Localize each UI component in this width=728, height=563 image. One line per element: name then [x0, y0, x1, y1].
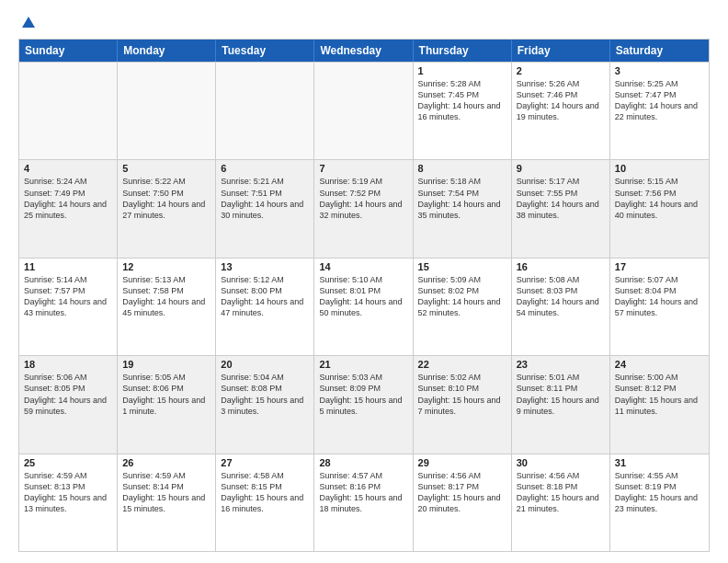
- day-number: 2: [517, 65, 605, 76]
- calendar-cell: 25Sunrise: 4:59 AM Sunset: 8:13 PM Dayli…: [19, 454, 118, 551]
- day-of-week-sunday: Sunday: [19, 40, 118, 62]
- cell-info: Sunrise: 5:01 AM Sunset: 8:11 PM Dayligh…: [517, 372, 605, 417]
- day-of-week-thursday: Thursday: [414, 40, 512, 62]
- day-of-week-monday: Monday: [118, 40, 216, 62]
- calendar-cell: 3Sunrise: 5:25 AM Sunset: 7:47 PM Daylig…: [610, 63, 709, 159]
- calendar-week-3: 11Sunrise: 5:14 AM Sunset: 7:57 PM Dayli…: [19, 258, 709, 355]
- cell-info: Sunrise: 5:07 AM Sunset: 8:04 PM Dayligh…: [615, 274, 704, 319]
- day-number: 16: [517, 261, 605, 272]
- calendar-cell: 18Sunrise: 5:06 AM Sunset: 8:05 PM Dayli…: [19, 356, 118, 453]
- day-number: 9: [517, 163, 605, 174]
- cell-info: Sunrise: 5:02 AM Sunset: 8:10 PM Dayligh…: [418, 372, 506, 417]
- calendar-cell: 14Sunrise: 5:10 AM Sunset: 8:01 PM Dayli…: [314, 259, 413, 355]
- day-number: 11: [24, 261, 112, 272]
- calendar-cell: 29Sunrise: 4:56 AM Sunset: 8:17 PM Dayli…: [414, 454, 512, 551]
- day-number: 18: [24, 359, 112, 370]
- day-number: 13: [221, 261, 309, 272]
- day-number: 10: [615, 163, 704, 174]
- day-number: 8: [418, 163, 506, 174]
- cell-info: Sunrise: 5:05 AM Sunset: 8:06 PM Dayligh…: [122, 372, 210, 417]
- day-number: 17: [615, 261, 704, 272]
- cell-info: Sunrise: 5:19 AM Sunset: 7:52 PM Dayligh…: [319, 176, 407, 221]
- day-number: 29: [418, 457, 506, 468]
- calendar-cell: 23Sunrise: 5:01 AM Sunset: 8:11 PM Dayli…: [512, 356, 610, 453]
- cell-info: Sunrise: 4:59 AM Sunset: 8:13 PM Dayligh…: [24, 470, 112, 515]
- header: [18, 15, 710, 29]
- calendar-cell: 4Sunrise: 5:24 AM Sunset: 7:49 PM Daylig…: [19, 160, 118, 257]
- cell-info: Sunrise: 5:08 AM Sunset: 8:03 PM Dayligh…: [517, 274, 605, 319]
- day-of-week-saturday: Saturday: [610, 40, 709, 62]
- day-number: 1: [418, 65, 506, 76]
- calendar-cell: 5Sunrise: 5:22 AM Sunset: 7:50 PM Daylig…: [118, 160, 216, 257]
- cell-info: Sunrise: 5:10 AM Sunset: 8:01 PM Dayligh…: [319, 274, 407, 319]
- cell-info: Sunrise: 5:22 AM Sunset: 7:50 PM Dayligh…: [122, 176, 210, 221]
- cell-info: Sunrise: 5:03 AM Sunset: 8:09 PM Dayligh…: [319, 372, 407, 417]
- calendar-cell: 31Sunrise: 4:55 AM Sunset: 8:19 PM Dayli…: [610, 454, 709, 551]
- calendar: SundayMondayTuesdayWednesdayThursdayFrid…: [18, 39, 710, 552]
- calendar-cell: 21Sunrise: 5:03 AM Sunset: 8:09 PM Dayli…: [314, 356, 413, 453]
- logo-icon: [20, 15, 37, 31]
- calendar-cell: 30Sunrise: 4:56 AM Sunset: 8:18 PM Dayli…: [512, 454, 610, 551]
- calendar-cell: 9Sunrise: 5:17 AM Sunset: 7:55 PM Daylig…: [512, 160, 610, 257]
- day-number: 7: [319, 163, 407, 174]
- day-of-week-friday: Friday: [512, 40, 610, 62]
- day-of-week-wednesday: Wednesday: [314, 40, 413, 62]
- calendar-cell: 26Sunrise: 4:59 AM Sunset: 8:14 PM Dayli…: [118, 454, 216, 551]
- calendar-cell: 6Sunrise: 5:21 AM Sunset: 7:51 PM Daylig…: [216, 160, 314, 257]
- day-number: 26: [122, 457, 210, 468]
- calendar-cell: 19Sunrise: 5:05 AM Sunset: 8:06 PM Dayli…: [118, 356, 216, 453]
- page: SundayMondayTuesdayWednesdayThursdayFrid…: [0, 0, 728, 563]
- cell-info: Sunrise: 5:25 AM Sunset: 7:47 PM Dayligh…: [615, 78, 704, 123]
- calendar-week-4: 18Sunrise: 5:06 AM Sunset: 8:05 PM Dayli…: [19, 355, 709, 453]
- calendar-cell: [314, 63, 413, 159]
- calendar-cell: 24Sunrise: 5:00 AM Sunset: 8:12 PM Dayli…: [610, 356, 709, 453]
- calendar-week-2: 4Sunrise: 5:24 AM Sunset: 7:49 PM Daylig…: [19, 159, 709, 257]
- cell-info: Sunrise: 5:13 AM Sunset: 7:58 PM Dayligh…: [122, 274, 210, 319]
- day-number: 23: [517, 359, 605, 370]
- cell-info: Sunrise: 5:17 AM Sunset: 7:55 PM Dayligh…: [517, 176, 605, 221]
- cell-info: Sunrise: 4:56 AM Sunset: 8:17 PM Dayligh…: [418, 470, 506, 515]
- cell-info: Sunrise: 5:06 AM Sunset: 8:05 PM Dayligh…: [24, 372, 112, 417]
- calendar-cell: 22Sunrise: 5:02 AM Sunset: 8:10 PM Dayli…: [414, 356, 512, 453]
- calendar-week-5: 25Sunrise: 4:59 AM Sunset: 8:13 PM Dayli…: [19, 454, 709, 551]
- svg-marker-0: [22, 17, 35, 28]
- cell-info: Sunrise: 5:04 AM Sunset: 8:08 PM Dayligh…: [221, 372, 309, 417]
- calendar-cell: 16Sunrise: 5:08 AM Sunset: 8:03 PM Dayli…: [512, 259, 610, 355]
- calendar-cell: 15Sunrise: 5:09 AM Sunset: 8:02 PM Dayli…: [414, 259, 512, 355]
- day-number: 25: [24, 457, 112, 468]
- day-number: 6: [221, 163, 309, 174]
- cell-info: Sunrise: 4:55 AM Sunset: 8:19 PM Dayligh…: [615, 470, 704, 515]
- calendar-cell: 11Sunrise: 5:14 AM Sunset: 7:57 PM Dayli…: [19, 259, 118, 355]
- day-number: 3: [615, 65, 704, 76]
- calendar-cell: 28Sunrise: 4:57 AM Sunset: 8:16 PM Dayli…: [314, 454, 413, 551]
- cell-info: Sunrise: 5:12 AM Sunset: 8:00 PM Dayligh…: [221, 274, 309, 319]
- day-number: 14: [319, 261, 407, 272]
- cell-info: Sunrise: 5:14 AM Sunset: 7:57 PM Dayligh…: [24, 274, 112, 319]
- day-number: 27: [221, 457, 309, 468]
- cell-info: Sunrise: 4:58 AM Sunset: 8:15 PM Dayligh…: [221, 470, 309, 515]
- cell-info: Sunrise: 5:18 AM Sunset: 7:54 PM Dayligh…: [418, 176, 506, 221]
- cell-info: Sunrise: 5:26 AM Sunset: 7:46 PM Dayligh…: [517, 78, 605, 123]
- cell-info: Sunrise: 4:56 AM Sunset: 8:18 PM Dayligh…: [517, 470, 605, 515]
- calendar-body: 1Sunrise: 5:28 AM Sunset: 7:45 PM Daylig…: [19, 62, 709, 551]
- cell-info: Sunrise: 5:21 AM Sunset: 7:51 PM Dayligh…: [221, 176, 309, 221]
- day-number: 28: [319, 457, 407, 468]
- calendar-cell: 27Sunrise: 4:58 AM Sunset: 8:15 PM Dayli…: [216, 454, 314, 551]
- cell-info: Sunrise: 5:28 AM Sunset: 7:45 PM Dayligh…: [418, 78, 506, 123]
- day-number: 19: [122, 359, 210, 370]
- calendar-cell: 13Sunrise: 5:12 AM Sunset: 8:00 PM Dayli…: [216, 259, 314, 355]
- day-number: 15: [418, 261, 506, 272]
- day-number: 31: [615, 457, 704, 468]
- day-number: 22: [418, 359, 506, 370]
- calendar-cell: [19, 63, 118, 159]
- day-number: 20: [221, 359, 309, 370]
- day-number: 4: [24, 163, 112, 174]
- cell-info: Sunrise: 5:24 AM Sunset: 7:49 PM Dayligh…: [24, 176, 112, 221]
- calendar-header: SundayMondayTuesdayWednesdayThursdayFrid…: [19, 40, 709, 62]
- logo: [18, 15, 39, 29]
- day-number: 24: [615, 359, 704, 370]
- cell-info: Sunrise: 4:57 AM Sunset: 8:16 PM Dayligh…: [319, 470, 407, 515]
- calendar-cell: 10Sunrise: 5:15 AM Sunset: 7:56 PM Dayli…: [610, 160, 709, 257]
- day-number: 21: [319, 359, 407, 370]
- day-number: 5: [122, 163, 210, 174]
